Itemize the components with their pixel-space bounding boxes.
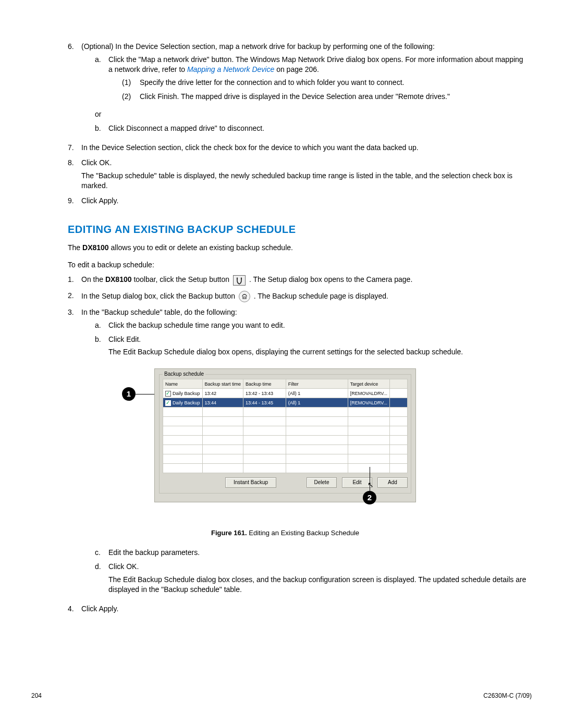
cell-btime: 13:42 - 13:43 [243, 389, 286, 398]
backup-schedule-window: Backup schedule Name [154, 368, 416, 502]
sub-text: Click the backup schedule time range you… [108, 320, 527, 330]
cell-start: 13:42 [202, 389, 243, 398]
cell-target: [REMOVALDRV... [348, 389, 389, 398]
table-row-empty[interactable] [163, 408, 408, 417]
intro-model: DX8100 [82, 243, 109, 252]
cell-filter: (All) 1 [286, 398, 348, 408]
sub-text: Click OK. [108, 562, 139, 571]
table-row-empty[interactable] [163, 417, 408, 426]
pre: On the [81, 275, 105, 283]
sub-body: Click the "Map a network drive" button. … [108, 55, 527, 106]
sub-d: d. Click OK. The Edit Backup Schedule di… [95, 562, 527, 595]
step-text: In the Device Selection section, click t… [81, 143, 527, 153]
paren-marker: (1) [122, 78, 140, 88]
col-btime[interactable]: Backup time [243, 379, 286, 389]
step-body: On the DX8100 toolbar, click the Setup b… [81, 275, 527, 285]
cell-btime: 13:44 - 13:45 [243, 398, 286, 408]
paren-text: Specify the drive letter for the connect… [140, 78, 527, 88]
table-row-empty[interactable] [163, 426, 408, 436]
checkbox-icon[interactable] [165, 400, 171, 406]
intro-post: allows you to edit or delete an existing… [109, 243, 293, 252]
sub-text: Edit the backup parameters. [108, 548, 527, 558]
step-marker: 6. [68, 42, 81, 138]
backup-schedule-group: Backup schedule Name [159, 374, 411, 493]
callout-label: 2 [368, 492, 372, 503]
sub-list: a. Click the "Map a network drive" butto… [95, 55, 527, 106]
step-text: (Optional) In the Device Selection secti… [81, 42, 435, 51]
instant-backup-button[interactable]: Instant Backup [225, 477, 276, 488]
step-6: 6. (Optional) In the Device Selection se… [68, 42, 527, 138]
figure-161: 1 Backup schedule [122, 368, 527, 537]
sub-para: The Edit Backup Schedule dialog box open… [108, 347, 527, 357]
step-para: The "Backup schedule" table is displayed… [81, 171, 527, 191]
sub-a: a. Click the backup schedule time range … [95, 320, 527, 330]
sub-marker: c. [95, 548, 108, 558]
sub-b: b. Click Edit. The Edit Backup Schedule … [95, 335, 527, 544]
cell-name: Daily Backup [173, 391, 200, 396]
svg-point-0 [237, 278, 238, 279]
sub-b: b. Click Disconnect a mapped drive" to d… [95, 124, 527, 133]
post: . The Setup dialog box opens to the Came… [249, 275, 412, 283]
svg-point-1 [241, 278, 242, 279]
mid: toolbar, click the Setup button [132, 275, 231, 283]
intro-pre: The [68, 243, 82, 252]
step-marker: 9. [68, 196, 81, 206]
step-text: Click Apply. [81, 196, 527, 206]
edit-button-label: Edit [352, 479, 361, 485]
cell-target: [REMOVALDRV... [348, 398, 389, 408]
paren-text: Click Finish. The mapped drive is displa… [140, 92, 527, 102]
sub-marker: d. [95, 562, 108, 595]
step-7: 7. In the Device Selection section, clic… [68, 143, 527, 153]
document-page: 6. (Optional) In the Device Selection se… [0, 0, 563, 728]
callout-2: 2 [363, 491, 376, 504]
backup-button-icon [239, 291, 250, 302]
step-list-top: 6. (Optional) In the Device Selection se… [68, 42, 527, 206]
col-target[interactable]: Target device [348, 379, 389, 389]
edit-step-1: 1. On the DX8100 toolbar, click the Setu… [68, 275, 527, 285]
sub-text: Click Disconnect a mapped drive" to disc… [108, 124, 527, 133]
backup-schedule-table[interactable]: Name Backup start time Backup time Filte… [163, 379, 408, 473]
table-row-empty[interactable] [163, 454, 408, 464]
table-row-selected[interactable]: Daily Backup 13:44 13:44 - 13:45 (All) 1… [163, 398, 408, 408]
sub-marker: b. [95, 335, 108, 544]
pre: In the Setup dialog box, click the Backu… [81, 291, 237, 300]
step-marker: 8. [68, 158, 81, 191]
edit-step-2: 2. In the Setup dialog box, click the Ba… [68, 291, 527, 302]
col-name[interactable]: Name [163, 379, 203, 389]
step-marker: 4. [68, 604, 81, 614]
sub-c: c. Edit the backup parameters. [95, 548, 527, 558]
edit-step-list: 1. On the DX8100 toolbar, click the Setu… [68, 275, 527, 613]
checkbox-icon[interactable] [165, 391, 171, 397]
sub-a: a. Click the "Map a network drive" butto… [95, 55, 527, 106]
col-start[interactable]: Backup start time [202, 379, 243, 389]
callout-label: 1 [127, 389, 131, 399]
step-marker: 3. [68, 307, 81, 599]
edit-step-3: 3. In the "Backup schedule" table, do th… [68, 307, 527, 599]
link-mapping-network-device[interactable]: Mapping a Network Device [187, 65, 274, 73]
edit-button[interactable]: Edit ↖ [342, 477, 372, 488]
step-marker: 7. [68, 143, 81, 153]
lead-para: To edit a backup schedule: [68, 260, 527, 270]
col-filter[interactable]: Filter [286, 379, 348, 389]
group-label: Backup schedule [163, 371, 205, 378]
table-header-row: Name Backup start time Backup time Filte… [163, 379, 408, 389]
delete-button[interactable]: Delete [307, 477, 337, 488]
sub-body: Click Edit. The Edit Backup Schedule dia… [108, 335, 527, 544]
sub-text-post: on page 206. [276, 65, 319, 73]
add-button[interactable]: Add [377, 477, 408, 488]
cell-filter: (All) 1 [286, 389, 348, 398]
table-row[interactable]: Daily Backup 13:42 13:42 - 13:43 (All) 1… [163, 389, 408, 398]
step-text: In the "Backup schedule" table, do the f… [81, 308, 237, 316]
intro-para: The DX8100 allows you to edit or delete … [68, 243, 527, 253]
cursor-icon: ↖ [368, 480, 374, 490]
sub-marker: b. [95, 124, 108, 133]
paren-1: (1) Specify the drive letter for the con… [122, 78, 527, 88]
table-row-empty[interactable] [163, 445, 408, 454]
paren-2: (2) Click Finish. The mapped drive is di… [122, 92, 527, 102]
table-row-empty[interactable] [163, 464, 408, 473]
table-row-empty[interactable] [163, 436, 408, 445]
svg-rect-2 [243, 297, 246, 299]
sub-list-b: b. Click Disconnect a mapped drive" to d… [95, 124, 527, 133]
page-footer: 204 C2630M-C (7/09) [31, 692, 532, 700]
callout-2-line [370, 467, 370, 491]
